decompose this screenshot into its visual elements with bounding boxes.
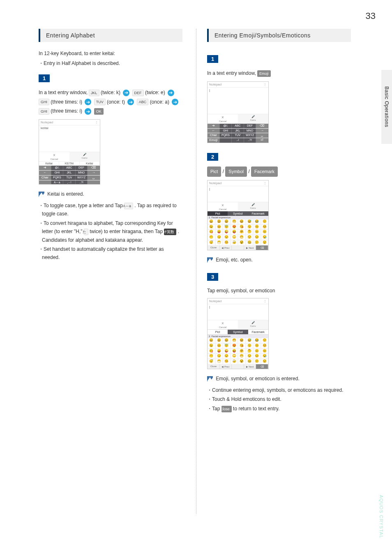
result-1: Keitai is entered. <box>39 191 182 197</box>
tip-2b: twice) to enter hiragana, then Tap <box>90 229 164 234</box>
k: ..?! <box>76 180 88 185</box>
k: ␣ <box>88 176 100 180</box>
tuv-times: (once: t) <box>107 99 126 105</box>
ghi2-times: (three times: i) <box>51 108 83 114</box>
k: DEF <box>76 166 88 170</box>
key-alpha[interactable]: ｶﾅ英数 <box>164 229 176 235</box>
emoji-key[interactable]: Emoji <box>257 70 271 77</box>
sp-text: keitai <box>39 125 100 130</box>
sep: / <box>248 169 251 174</box>
k: ⌫ <box>88 166 100 170</box>
mic-icon: 🎤 <box>251 321 255 324</box>
step-1-badge-r: 1 <box>207 55 218 63</box>
close-btn[interactable]: Close <box>221 406 232 412</box>
k: JKL <box>63 171 76 175</box>
side-tab-label: Basic Operations <box>384 86 390 127</box>
k: ABC <box>63 166 76 170</box>
screenshot-keyboard: Notepad ⋮ keitai ×Cancel 🎤Conv. Keitai K… <box>39 119 100 185</box>
sp-tab-symbol: Symbol <box>228 330 248 334</box>
key-tuv[interactable]: TUV <box>94 99 106 105</box>
step-1-pre-r: In a text entry window, <box>207 70 257 76</box>
tab-facemark[interactable]: Facemark <box>251 166 278 177</box>
key-abc[interactable]: ABC <box>137 99 149 105</box>
menu-icon: ⋮ <box>263 83 267 86</box>
k: ← <box>208 129 220 133</box>
menu-icon: ⋮ <box>263 181 267 185</box>
result-1-text: Keitai is entered. <box>47 191 84 197</box>
sp-title: Notepad <box>209 83 221 86</box>
key-ghi-2[interactable]: GHI <box>39 108 49 115</box>
k: @/; <box>51 166 64 170</box>
cancel-label: Cancel <box>219 120 227 123</box>
sp-title: Notepad <box>209 181 221 185</box>
screenshot-r1: Notepad⋮ | ×Cancel 🎤Conv. ➔@/;ABCDEF⌫ ←G… <box>207 81 269 143</box>
k: Emoji <box>208 138 220 143</box>
sp-next: ▶ Next <box>244 364 256 369</box>
side-tab: Basic Operations <box>381 70 392 144</box>
intro-line: In 12-key Keyboard, to enter keitai: <box>39 49 182 58</box>
k: ⏎ <box>256 138 268 143</box>
k: GHI <box>51 171 64 175</box>
k: ..?! <box>244 138 256 143</box>
suggest-1: Keitai <box>39 162 59 165</box>
abc-times: (once: a) <box>150 99 171 105</box>
k: JKL <box>232 129 244 133</box>
tip-1a: ・To toggle case, type a letter and Tap <box>39 203 124 208</box>
conv-label: Conv. <box>81 157 88 159</box>
k: MNO <box>76 171 88 175</box>
k: ␣ <box>256 133 268 138</box>
section-header-left: Entering Alphabet <box>39 29 182 42</box>
k: PQRS <box>220 133 232 138</box>
k: ➔ <box>39 166 51 170</box>
result-3-text: Emoji, symbol, or emoticon is entered. <box>216 376 299 382</box>
section-header-right: Entering Emoji/Symbols/Emoticons <box>207 29 351 42</box>
sp-prev: ◀ Prev <box>220 364 232 369</box>
k: ⌫ <box>256 124 268 128</box>
conv-label: Conv. <box>250 207 256 209</box>
sp-close: Close <box>208 364 220 369</box>
key-ok[interactable]: OK <box>94 108 104 115</box>
step-1-badge: 1 <box>39 74 50 82</box>
key-ha[interactable]: た <box>84 229 88 235</box>
key-def[interactable]: DEF <box>132 90 144 96</box>
k: , - ! <box>63 180 76 185</box>
key-jkl[interactable]: JKL <box>89 90 99 96</box>
cancel-label: Cancel <box>51 158 58 160</box>
tab-pict[interactable]: Pict <box>207 166 221 177</box>
arrow-icon: ➔ <box>127 99 134 105</box>
k <box>88 180 100 185</box>
sp-tab-pict: Pict <box>208 211 228 216</box>
sp-next: ▶ Next <box>244 245 256 250</box>
ghi1-times: (three times: i) <box>51 99 83 105</box>
k: GHI <box>220 129 232 133</box>
tip-r3a: ・Tap <box>207 406 221 412</box>
conv-label: Conv. <box>250 119 256 121</box>
k: → <box>256 129 268 133</box>
mic-icon: 🎤 <box>251 115 255 118</box>
step-1-text: In a text entry window, JKL (twice: k) ➔… <box>39 88 182 116</box>
result-3: Emoji, symbol, or emoticon is entered. <box>207 376 351 382</box>
tip-r2: ・Touch & Hold emoticons to edit. <box>207 395 351 403</box>
key-ghi[interactable]: GHI <box>39 99 49 105</box>
key-case-toggle[interactable]: A↔a <box>124 203 133 209</box>
k: MNO <box>244 129 256 133</box>
left-column: Entering Alphabet In 12-key Keyboard, to… <box>39 29 191 414</box>
tab-symbol[interactable]: Symbol <box>225 166 247 177</box>
k: Char <box>208 133 220 138</box>
mic-icon: 🎤 <box>83 153 87 156</box>
right-column: Entering Emoji/Symbols/Emoticons 1 In a … <box>207 29 359 414</box>
screenshot-r3: Notepad⋮ | ×Cancel 🎤Conv. PictSymbolFace… <box>207 298 269 369</box>
step-3-badge-r: 3 <box>207 273 218 281</box>
k: → <box>88 171 100 175</box>
sp-close: Close <box>208 245 220 250</box>
arrow-icon: ➔ <box>123 90 129 96</box>
cancel-x-icon: × <box>221 203 224 208</box>
step-2-badge-r: 2 <box>207 153 218 161</box>
result-icon <box>207 376 213 382</box>
screenshot-r2: Notepad⋮ | ×Cancel 🎤Conv. PictSymbolFace… <box>207 180 269 250</box>
k: .-! <box>232 138 244 143</box>
suggest-3: Keitai <box>80 162 100 165</box>
cancel-x-icon: × <box>221 321 224 326</box>
step-1-text-r: In a text entry window, Emoji <box>207 69 351 78</box>
tip-r1: ・Continue entering emoji, symbols, or em… <box>207 386 351 394</box>
